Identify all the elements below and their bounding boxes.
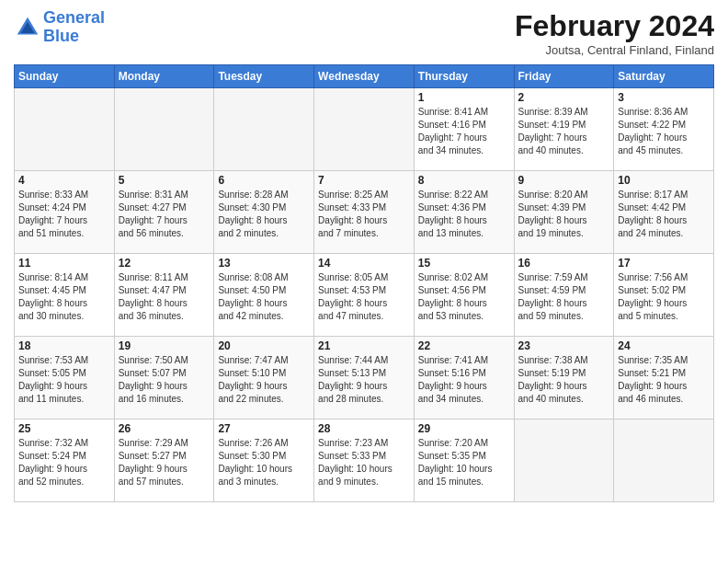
logo-line2: Blue [43,27,79,45]
calendar-week-row: 4Sunrise: 8:33 AM Sunset: 4:24 PM Daylig… [15,171,714,254]
day-info: Sunrise: 7:20 AM Sunset: 5:35 PM Dayligh… [418,437,510,488]
day-info: Sunrise: 8:14 AM Sunset: 4:45 PM Dayligh… [18,271,110,323]
day-number: 10 [618,174,710,187]
day-info: Sunrise: 7:47 AM Sunset: 5:10 PM Dayligh… [218,354,310,406]
calendar-day-cell: 26Sunrise: 7:29 AM Sunset: 5:27 PM Dayli… [114,419,214,502]
calendar-day-cell [314,88,415,171]
day-number: 5 [119,174,210,187]
day-info: Sunrise: 8:41 AM Sunset: 4:16 PM Dayligh… [418,106,510,157]
day-info: Sunrise: 8:33 AM Sunset: 4:24 PM Dayligh… [18,189,110,240]
day-number: 23 [518,339,610,352]
calendar-day-cell [514,419,614,502]
header: General Blue February 2024 Joutsa, Centr… [14,9,714,57]
day-info: Sunrise: 7:23 AM Sunset: 5:33 PM Dayligh… [318,437,410,488]
day-info: Sunrise: 8:22 AM Sunset: 4:36 PM Dayligh… [418,189,510,240]
logo-text: General Blue [43,9,105,46]
day-number: 3 [618,91,710,104]
calendar-day-cell: 19Sunrise: 7:50 AM Sunset: 5:07 PM Dayli… [114,337,214,419]
day-number: 18 [18,339,110,352]
day-info: Sunrise: 8:08 AM Sunset: 4:50 PM Dayligh… [218,271,310,323]
calendar-day-cell: 12Sunrise: 8:11 AM Sunset: 4:47 PM Dayli… [114,254,214,337]
day-info: Sunrise: 7:53 AM Sunset: 5:05 PM Dayligh… [18,354,110,406]
calendar-day-cell: 18Sunrise: 7:53 AM Sunset: 5:05 PM Dayli… [15,337,115,419]
day-number: 7 [318,174,410,187]
day-number: 15 [418,257,510,270]
day-info: Sunrise: 7:29 AM Sunset: 5:27 PM Dayligh… [119,437,210,488]
calendar-day-cell: 6Sunrise: 8:28 AM Sunset: 4:30 PM Daylig… [214,171,314,254]
day-number: 2 [518,91,610,104]
calendar-day-cell [114,88,214,171]
calendar-day-cell: 10Sunrise: 8:17 AM Sunset: 4:42 PM Dayli… [614,171,714,254]
calendar-day-cell: 13Sunrise: 8:08 AM Sunset: 4:50 PM Dayli… [214,254,314,337]
day-number: 11 [18,257,110,270]
day-info: Sunrise: 8:25 AM Sunset: 4:33 PM Dayligh… [318,189,410,240]
calendar-day-cell: 28Sunrise: 7:23 AM Sunset: 5:33 PM Dayli… [314,419,415,502]
calendar-day-cell: 11Sunrise: 8:14 AM Sunset: 4:45 PM Dayli… [15,254,115,337]
day-number: 16 [518,257,610,270]
day-info: Sunrise: 8:39 AM Sunset: 4:19 PM Dayligh… [518,106,610,157]
weekday-header-cell: Thursday [414,65,514,88]
month-title: February 2024 [515,9,714,43]
title-block: February 2024 Joutsa, Central Finland, F… [515,9,714,57]
day-number: 26 [119,422,210,435]
calendar-table: SundayMondayTuesdayWednesdayThursdayFrid… [14,64,714,502]
day-number: 19 [119,339,210,352]
calendar-day-cell: 9Sunrise: 8:20 AM Sunset: 4:39 PM Daylig… [514,171,614,254]
day-info: Sunrise: 8:02 AM Sunset: 4:56 PM Dayligh… [418,271,510,323]
day-info: Sunrise: 8:11 AM Sunset: 4:47 PM Dayligh… [119,271,210,323]
calendar-body: 1Sunrise: 8:41 AM Sunset: 4:16 PM Daylig… [15,88,714,502]
day-info: Sunrise: 8:17 AM Sunset: 4:42 PM Dayligh… [618,189,710,240]
day-info: Sunrise: 8:20 AM Sunset: 4:39 PM Dayligh… [518,189,610,240]
calendar-day-cell: 21Sunrise: 7:44 AM Sunset: 5:13 PM Dayli… [314,337,415,419]
day-number: 8 [418,174,510,187]
calendar-day-cell: 17Sunrise: 7:56 AM Sunset: 5:02 PM Dayli… [614,254,714,337]
calendar-day-cell: 5Sunrise: 8:31 AM Sunset: 4:27 PM Daylig… [114,171,214,254]
day-number: 1 [418,91,510,104]
calendar-day-cell: 27Sunrise: 7:26 AM Sunset: 5:30 PM Dayli… [214,419,314,502]
calendar-day-cell: 8Sunrise: 8:22 AM Sunset: 4:36 PM Daylig… [414,171,514,254]
page-container: General Blue February 2024 Joutsa, Centr… [0,0,728,511]
weekday-header-cell: Saturday [614,65,714,88]
logo: General Blue [14,9,105,46]
day-info: Sunrise: 7:41 AM Sunset: 5:16 PM Dayligh… [418,354,510,406]
day-number: 20 [218,339,310,352]
calendar-week-row: 18Sunrise: 7:53 AM Sunset: 5:05 PM Dayli… [15,337,714,419]
location-subtitle: Joutsa, Central Finland, Finland [515,43,714,57]
day-info: Sunrise: 7:32 AM Sunset: 5:24 PM Dayligh… [18,437,110,488]
day-info: Sunrise: 7:38 AM Sunset: 5:19 PM Dayligh… [518,354,610,406]
day-number: 13 [218,257,310,270]
day-info: Sunrise: 7:26 AM Sunset: 5:30 PM Dayligh… [218,437,310,488]
calendar-day-cell: 7Sunrise: 8:25 AM Sunset: 4:33 PM Daylig… [314,171,415,254]
day-info: Sunrise: 8:05 AM Sunset: 4:53 PM Dayligh… [318,271,410,323]
weekday-header-cell: Friday [514,65,614,88]
calendar-day-cell: 25Sunrise: 7:32 AM Sunset: 5:24 PM Dayli… [15,419,115,502]
calendar-day-cell [15,88,115,171]
day-info: Sunrise: 8:28 AM Sunset: 4:30 PM Dayligh… [218,189,310,240]
weekday-header-cell: Wednesday [314,65,415,88]
day-number: 25 [18,422,110,435]
day-number: 4 [18,174,110,187]
day-number: 17 [618,257,710,270]
day-number: 21 [318,339,410,352]
calendar-day-cell: 1Sunrise: 8:41 AM Sunset: 4:16 PM Daylig… [414,88,514,171]
calendar-day-cell: 24Sunrise: 7:35 AM Sunset: 5:21 PM Dayli… [614,337,714,419]
calendar-week-row: 1Sunrise: 8:41 AM Sunset: 4:16 PM Daylig… [15,88,714,171]
day-info: Sunrise: 7:35 AM Sunset: 5:21 PM Dayligh… [618,354,710,406]
weekday-header-row: SundayMondayTuesdayWednesdayThursdayFrid… [15,65,714,88]
calendar-day-cell: 20Sunrise: 7:47 AM Sunset: 5:10 PM Dayli… [214,337,314,419]
day-info: Sunrise: 7:44 AM Sunset: 5:13 PM Dayligh… [318,354,410,406]
day-number: 29 [418,422,510,435]
calendar-day-cell: 4Sunrise: 8:33 AM Sunset: 4:24 PM Daylig… [15,171,115,254]
weekday-header-cell: Tuesday [214,65,314,88]
calendar-day-cell: 15Sunrise: 8:02 AM Sunset: 4:56 PM Dayli… [414,254,514,337]
day-number: 12 [119,257,210,270]
calendar-day-cell: 23Sunrise: 7:38 AM Sunset: 5:19 PM Dayli… [514,337,614,419]
calendar-day-cell: 3Sunrise: 8:36 AM Sunset: 4:22 PM Daylig… [614,88,714,171]
weekday-header-cell: Sunday [15,65,115,88]
calendar-week-row: 11Sunrise: 8:14 AM Sunset: 4:45 PM Dayli… [15,254,714,337]
weekday-header-cell: Monday [114,65,214,88]
day-number: 14 [318,257,410,270]
day-number: 24 [618,339,710,352]
day-number: 27 [218,422,310,435]
day-number: 6 [218,174,310,187]
